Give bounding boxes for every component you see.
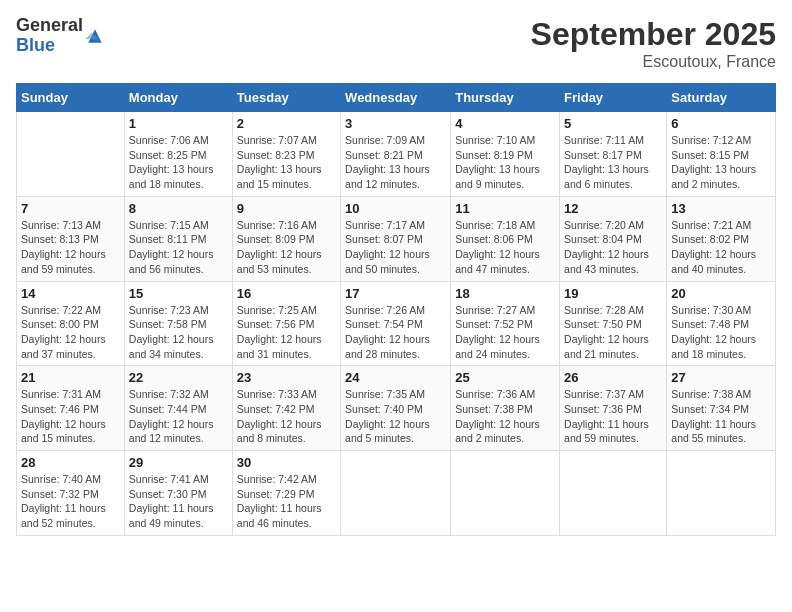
calendar-cell: 9Sunrise: 7:16 AM Sunset: 8:09 PM Daylig… <box>232 196 340 281</box>
day-number: 5 <box>564 116 662 131</box>
day-number: 10 <box>345 201 446 216</box>
day-number: 3 <box>345 116 446 131</box>
header-monday: Monday <box>124 84 232 112</box>
calendar-week-0: 1Sunrise: 7:06 AM Sunset: 8:25 PM Daylig… <box>17 112 776 197</box>
calendar-cell: 28Sunrise: 7:40 AM Sunset: 7:32 PM Dayli… <box>17 451 125 536</box>
day-info: Sunrise: 7:36 AM Sunset: 7:38 PM Dayligh… <box>455 387 555 446</box>
day-number: 11 <box>455 201 555 216</box>
day-info: Sunrise: 7:26 AM Sunset: 7:54 PM Dayligh… <box>345 303 446 362</box>
calendar-body: 1Sunrise: 7:06 AM Sunset: 8:25 PM Daylig… <box>17 112 776 536</box>
day-info: Sunrise: 7:28 AM Sunset: 7:50 PM Dayligh… <box>564 303 662 362</box>
page-header: General Blue September 2025 Escoutoux, F… <box>16 16 776 71</box>
calendar-cell: 26Sunrise: 7:37 AM Sunset: 7:36 PM Dayli… <box>560 366 667 451</box>
day-number: 14 <box>21 286 120 301</box>
calendar-cell <box>17 112 125 197</box>
logo-general: General <box>16 16 83 36</box>
day-number: 2 <box>237 116 336 131</box>
day-info: Sunrise: 7:11 AM Sunset: 8:17 PM Dayligh… <box>564 133 662 192</box>
calendar-cell: 16Sunrise: 7:25 AM Sunset: 7:56 PM Dayli… <box>232 281 340 366</box>
logo-text: General Blue <box>16 16 83 56</box>
calendar-cell: 18Sunrise: 7:27 AM Sunset: 7:52 PM Dayli… <box>451 281 560 366</box>
day-info: Sunrise: 7:31 AM Sunset: 7:46 PM Dayligh… <box>21 387 120 446</box>
day-info: Sunrise: 7:13 AM Sunset: 8:13 PM Dayligh… <box>21 218 120 277</box>
day-number: 28 <box>21 455 120 470</box>
day-info: Sunrise: 7:10 AM Sunset: 8:19 PM Dayligh… <box>455 133 555 192</box>
calendar-cell: 7Sunrise: 7:13 AM Sunset: 8:13 PM Daylig… <box>17 196 125 281</box>
header-tuesday: Tuesday <box>232 84 340 112</box>
calendar-cell: 12Sunrise: 7:20 AM Sunset: 8:04 PM Dayli… <box>560 196 667 281</box>
calendar-table: Sunday Monday Tuesday Wednesday Thursday… <box>16 83 776 536</box>
logo-blue: Blue <box>16 36 83 56</box>
day-info: Sunrise: 7:37 AM Sunset: 7:36 PM Dayligh… <box>564 387 662 446</box>
day-info: Sunrise: 7:15 AM Sunset: 8:11 PM Dayligh… <box>129 218 228 277</box>
day-number: 29 <box>129 455 228 470</box>
calendar-cell: 2Sunrise: 7:07 AM Sunset: 8:23 PM Daylig… <box>232 112 340 197</box>
day-number: 7 <box>21 201 120 216</box>
day-info: Sunrise: 7:32 AM Sunset: 7:44 PM Dayligh… <box>129 387 228 446</box>
day-info: Sunrise: 7:27 AM Sunset: 7:52 PM Dayligh… <box>455 303 555 362</box>
day-info: Sunrise: 7:42 AM Sunset: 7:29 PM Dayligh… <box>237 472 336 531</box>
logo-icon <box>85 26 105 46</box>
calendar-cell <box>667 451 776 536</box>
calendar-week-4: 28Sunrise: 7:40 AM Sunset: 7:32 PM Dayli… <box>17 451 776 536</box>
logo: General Blue <box>16 16 105 56</box>
day-info: Sunrise: 7:09 AM Sunset: 8:21 PM Dayligh… <box>345 133 446 192</box>
calendar-cell: 29Sunrise: 7:41 AM Sunset: 7:30 PM Dayli… <box>124 451 232 536</box>
day-info: Sunrise: 7:30 AM Sunset: 7:48 PM Dayligh… <box>671 303 771 362</box>
calendar-cell: 6Sunrise: 7:12 AM Sunset: 8:15 PM Daylig… <box>667 112 776 197</box>
day-number: 25 <box>455 370 555 385</box>
calendar-cell: 5Sunrise: 7:11 AM Sunset: 8:17 PM Daylig… <box>560 112 667 197</box>
day-number: 24 <box>345 370 446 385</box>
month-title: September 2025 <box>531 16 776 53</box>
header-wednesday: Wednesday <box>341 84 451 112</box>
calendar-cell <box>451 451 560 536</box>
day-number: 17 <box>345 286 446 301</box>
header-saturday: Saturday <box>667 84 776 112</box>
header-sunday: Sunday <box>17 84 125 112</box>
calendar-cell: 8Sunrise: 7:15 AM Sunset: 8:11 PM Daylig… <box>124 196 232 281</box>
calendar-week-2: 14Sunrise: 7:22 AM Sunset: 8:00 PM Dayli… <box>17 281 776 366</box>
calendar-cell: 30Sunrise: 7:42 AM Sunset: 7:29 PM Dayli… <box>232 451 340 536</box>
calendar-header: Sunday Monday Tuesday Wednesday Thursday… <box>17 84 776 112</box>
calendar-week-3: 21Sunrise: 7:31 AM Sunset: 7:46 PM Dayli… <box>17 366 776 451</box>
day-number: 1 <box>129 116 228 131</box>
calendar-cell: 10Sunrise: 7:17 AM Sunset: 8:07 PM Dayli… <box>341 196 451 281</box>
day-info: Sunrise: 7:33 AM Sunset: 7:42 PM Dayligh… <box>237 387 336 446</box>
calendar-cell: 22Sunrise: 7:32 AM Sunset: 7:44 PM Dayli… <box>124 366 232 451</box>
calendar-cell: 24Sunrise: 7:35 AM Sunset: 7:40 PM Dayli… <box>341 366 451 451</box>
calendar-cell: 11Sunrise: 7:18 AM Sunset: 8:06 PM Dayli… <box>451 196 560 281</box>
day-number: 30 <box>237 455 336 470</box>
day-info: Sunrise: 7:35 AM Sunset: 7:40 PM Dayligh… <box>345 387 446 446</box>
day-number: 27 <box>671 370 771 385</box>
day-info: Sunrise: 7:23 AM Sunset: 7:58 PM Dayligh… <box>129 303 228 362</box>
day-info: Sunrise: 7:18 AM Sunset: 8:06 PM Dayligh… <box>455 218 555 277</box>
day-number: 13 <box>671 201 771 216</box>
day-info: Sunrise: 7:22 AM Sunset: 8:00 PM Dayligh… <box>21 303 120 362</box>
day-info: Sunrise: 7:40 AM Sunset: 7:32 PM Dayligh… <box>21 472 120 531</box>
day-number: 6 <box>671 116 771 131</box>
day-info: Sunrise: 7:06 AM Sunset: 8:25 PM Dayligh… <box>129 133 228 192</box>
day-number: 9 <box>237 201 336 216</box>
day-info: Sunrise: 7:25 AM Sunset: 7:56 PM Dayligh… <box>237 303 336 362</box>
header-thursday: Thursday <box>451 84 560 112</box>
calendar-cell: 17Sunrise: 7:26 AM Sunset: 7:54 PM Dayli… <box>341 281 451 366</box>
day-info: Sunrise: 7:12 AM Sunset: 8:15 PM Dayligh… <box>671 133 771 192</box>
day-number: 18 <box>455 286 555 301</box>
calendar-cell: 14Sunrise: 7:22 AM Sunset: 8:00 PM Dayli… <box>17 281 125 366</box>
day-number: 23 <box>237 370 336 385</box>
calendar-cell: 3Sunrise: 7:09 AM Sunset: 8:21 PM Daylig… <box>341 112 451 197</box>
calendar-cell <box>341 451 451 536</box>
day-number: 15 <box>129 286 228 301</box>
day-number: 4 <box>455 116 555 131</box>
day-info: Sunrise: 7:20 AM Sunset: 8:04 PM Dayligh… <box>564 218 662 277</box>
day-info: Sunrise: 7:16 AM Sunset: 8:09 PM Dayligh… <box>237 218 336 277</box>
calendar-cell: 19Sunrise: 7:28 AM Sunset: 7:50 PM Dayli… <box>560 281 667 366</box>
day-number: 12 <box>564 201 662 216</box>
calendar-cell: 21Sunrise: 7:31 AM Sunset: 7:46 PM Dayli… <box>17 366 125 451</box>
calendar-cell: 27Sunrise: 7:38 AM Sunset: 7:34 PM Dayli… <box>667 366 776 451</box>
calendar-cell: 25Sunrise: 7:36 AM Sunset: 7:38 PM Dayli… <box>451 366 560 451</box>
calendar-cell: 13Sunrise: 7:21 AM Sunset: 8:02 PM Dayli… <box>667 196 776 281</box>
header-row: Sunday Monday Tuesday Wednesday Thursday… <box>17 84 776 112</box>
calendar-cell: 20Sunrise: 7:30 AM Sunset: 7:48 PM Dayli… <box>667 281 776 366</box>
header-friday: Friday <box>560 84 667 112</box>
